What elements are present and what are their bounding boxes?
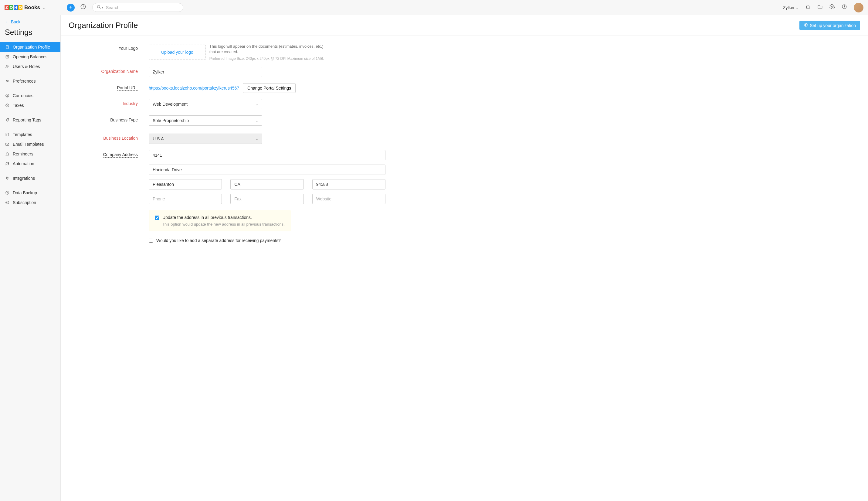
zoho-logo-icon: ZOHO [4, 5, 23, 10]
svg-rect-11 [6, 55, 9, 58]
portal-url-link[interactable]: https://books.localzoho.com/portal/zylke… [149, 86, 239, 90]
address-website-input[interactable] [312, 194, 386, 204]
svg-rect-7 [7, 46, 7, 46]
currency-icon [5, 94, 10, 98]
search-input[interactable] [106, 5, 179, 10]
sidebar-item-users-roles[interactable]: Users & Roles [0, 62, 61, 71]
chevron-down-icon: ⌄ [256, 102, 258, 106]
arrow-left-icon: ← [5, 19, 9, 24]
sidebar-item-label: Taxes [13, 103, 24, 108]
page-title: Organization Profile [68, 21, 138, 30]
sidebar-item-reporting-tags[interactable]: Reporting Tags [0, 115, 61, 125]
svg-point-31 [6, 201, 9, 204]
quick-add-button[interactable]: + [67, 4, 75, 12]
sidebar-item-label: Email Templates [13, 142, 44, 147]
svg-point-25 [8, 119, 8, 119]
sidebar-item-automation[interactable]: Automation [0, 159, 61, 169]
address-state-input[interactable] [230, 179, 304, 190]
back-link[interactable]: ← Back [0, 19, 61, 27]
svg-line-2 [99, 8, 101, 9]
update-address-notice: Update the address in all previous trans… [149, 210, 291, 231]
separate-address-checkbox[interactable] [149, 238, 153, 243]
logo-hint: This logo will appear on the documents (… [209, 44, 331, 61]
top-right-actions: Zylker ⌄ [783, 3, 864, 12]
page-header: Organization Profile Set up your organiz… [61, 15, 868, 36]
business-location-label: Business Location [79, 134, 149, 141]
org-name-input[interactable] [149, 67, 262, 77]
avatar[interactable] [854, 3, 864, 12]
gear-icon[interactable] [829, 4, 835, 11]
change-portal-button[interactable]: Change Portal Settings [243, 83, 296, 93]
template-icon [5, 132, 10, 137]
sidebar-title: Settings [0, 27, 61, 42]
sliders-icon [5, 79, 10, 83]
chevron-down-icon: ⌄ [256, 119, 258, 122]
svg-point-22 [7, 105, 7, 105]
sidebar-item-label: Templates [13, 132, 32, 137]
top-quick-actions: + [67, 4, 86, 12]
sidebar-item-reminders[interactable]: Reminders [0, 149, 61, 159]
history-icon[interactable] [80, 4, 86, 11]
plug-icon [5, 176, 10, 180]
notifications-icon[interactable] [805, 4, 811, 11]
sidebar-item-label: Data Backup [13, 190, 37, 195]
help-icon[interactable] [842, 4, 847, 11]
logo-label: Your Logo [79, 44, 149, 51]
sidebar-item-label: Subscription [13, 200, 36, 205]
email-icon [5, 142, 10, 146]
portal-url-label: Portal URL [79, 83, 149, 90]
address-zip-input[interactable] [312, 179, 386, 190]
svg-point-5 [844, 8, 845, 8]
address-street1-input[interactable] [149, 150, 386, 160]
sidebar-item-opening-balances[interactable]: Opening Balances [0, 52, 61, 62]
svg-point-23 [8, 106, 8, 106]
building-icon [5, 45, 10, 49]
folder-icon[interactable] [817, 4, 823, 11]
upload-logo-button[interactable]: Upload your logo [149, 45, 206, 60]
chevron-down-icon: ⌄ [42, 5, 45, 10]
svg-point-18 [7, 80, 7, 81]
svg-point-14 [7, 65, 8, 66]
address-fax-input[interactable] [230, 194, 304, 204]
sidebar-item-email-templates[interactable]: Email Templates [0, 139, 61, 149]
svg-rect-26 [6, 133, 9, 136]
org-switcher[interactable]: Zylker ⌄ [783, 5, 799, 10]
sidebar-item-templates[interactable]: Templates [0, 130, 61, 139]
address-phone-input[interactable] [149, 194, 222, 204]
sidebar-item-currencies[interactable]: Currencies [0, 91, 61, 100]
svg-line-24 [7, 105, 8, 106]
company-address-label: Company Address [79, 150, 149, 157]
app-name: Books [24, 4, 40, 11]
sidebar-item-label: Reminders [13, 151, 33, 156]
top-bar: ZOHO Books ⌄ + ▾ Zylker ⌄ [0, 0, 868, 15]
industry-label: Industry [79, 99, 149, 106]
sidebar-item-data-backup[interactable]: Data Backup [0, 188, 61, 198]
search-icon [97, 5, 101, 10]
sidebar-item-subscription[interactable]: Subscription [0, 198, 61, 207]
sidebar-item-label: Users & Roles [13, 64, 40, 69]
address-city-input[interactable] [149, 179, 222, 190]
sidebar-item-label: Opening Balances [13, 54, 47, 59]
sidebar-item-preferences[interactable]: Preferences [0, 76, 61, 86]
play-circle-icon [804, 23, 808, 28]
org-name-label: Organization Name [79, 67, 149, 74]
update-address-checkbox[interactable] [155, 216, 159, 220]
chevron-down-icon: ⌄ [796, 6, 799, 10]
sidebar-item-taxes[interactable]: Taxes [0, 100, 61, 110]
app-logo[interactable]: ZOHO Books ⌄ [4, 4, 61, 11]
svg-rect-10 [8, 47, 8, 47]
business-type-select[interactable]: Sole Proprietorship ⌄ [149, 115, 262, 126]
svg-rect-6 [7, 45, 9, 49]
sidebar-item-organization-profile[interactable]: Organization Profile [0, 42, 61, 52]
settings-sidebar: ← Back Settings Organization ProfileOpen… [0, 15, 61, 501]
industry-select[interactable]: Web Development ⌄ [149, 99, 262, 109]
users-icon [5, 64, 10, 68]
search-dropdown-caret-icon[interactable]: ▾ [102, 6, 104, 9]
sidebar-item-label: Preferences [13, 79, 35, 84]
setup-organization-button[interactable]: Set up your organization [800, 21, 860, 30]
sidebar-item-integrations[interactable]: Integrations [0, 173, 61, 183]
business-location-select[interactable]: U.S.A. ⌄ [149, 134, 262, 144]
sidebar-item-label: Automation [13, 161, 34, 166]
search-box[interactable]: ▾ [92, 3, 183, 12]
address-street2-input[interactable] [149, 164, 386, 175]
